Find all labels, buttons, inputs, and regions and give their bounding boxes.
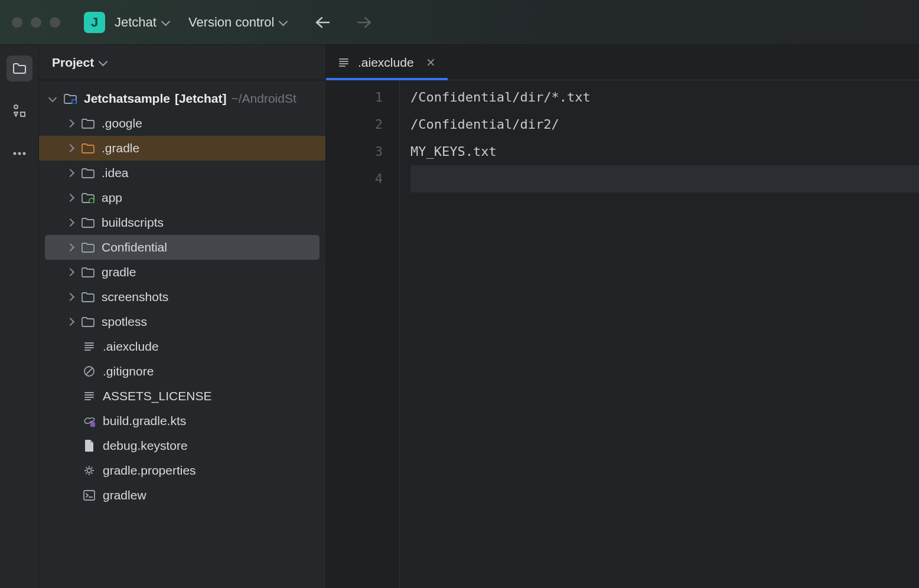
nav-back-button[interactable]: [315, 16, 330, 29]
project-tree[interactable]: Jetchatsample [Jetchat] ~/AndroidSt .goo…: [39, 80, 325, 588]
folder-icon: [80, 242, 96, 253]
svg-rect-11: [84, 491, 94, 500]
tree-item-label: .aiexclude: [103, 339, 159, 354]
tree-item-build-gradle-kts[interactable]: build.gradle.kts: [39, 409, 325, 433]
window-controls: [12, 17, 60, 28]
tab-bar: .aiexclude ✕: [326, 45, 919, 80]
panel-header[interactable]: Project: [39, 45, 325, 80]
editor-body[interactable]: 1 2 3 4 /Confidential/dir/*.txt /Confide…: [326, 80, 919, 588]
svg-point-6: [89, 198, 94, 203]
tree-root-name: Jetchatsample: [84, 92, 170, 106]
svg-rect-9: [90, 422, 95, 427]
code-line: /Confidential/dir/*.txt: [410, 84, 919, 111]
text-file-icon: [82, 341, 97, 352]
chevron-down-icon[interactable]: [46, 97, 59, 101]
chevron-right-icon[interactable]: [64, 170, 77, 176]
folder-icon: [80, 168, 96, 178]
tree-item-aiexclude[interactable]: .aiexclude: [39, 334, 325, 359]
chevron-right-icon[interactable]: [64, 145, 77, 151]
svg-rect-1: [21, 112, 25, 116]
svg-point-4: [22, 152, 25, 155]
tree-item-gradle-dir[interactable]: .gradle: [39, 136, 325, 161]
tree-item-debug-keystore[interactable]: debug.keystore: [39, 433, 325, 458]
tree-item-label: .idea: [102, 166, 129, 180]
tree-item-confidential[interactable]: Confidential: [45, 235, 320, 260]
line-number: 3: [326, 138, 383, 165]
file-icon: [82, 439, 97, 452]
project-tool-button[interactable]: [6, 55, 32, 81]
editor-area: .aiexclude ✕ 1 2 3 4 /Confidential/dir/*…: [326, 45, 919, 588]
titlebar: J Jetchat Version control: [0, 0, 919, 45]
more-tools-button[interactable]: [6, 141, 32, 166]
chevron-right-icon[interactable]: [64, 220, 77, 226]
fullscreen-window-button[interactable]: [50, 17, 60, 28]
editor-tab[interactable]: .aiexclude ✕: [326, 45, 448, 80]
svg-point-10: [87, 469, 92, 473]
folder-icon: [80, 292, 96, 302]
tree-item-buildscripts[interactable]: buildscripts: [39, 210, 325, 235]
chevron-down-icon[interactable]: [100, 58, 108, 67]
chevron-right-icon[interactable]: [64, 269, 77, 275]
tree-item-label: .gitignore: [103, 364, 154, 378]
project-selector[interactable]: Jetchat: [115, 15, 157, 30]
close-tab-button[interactable]: ✕: [426, 55, 436, 70]
chevron-right-icon[interactable]: [64, 244, 77, 250]
tab-label: .aiexclude: [358, 55, 414, 70]
tree-item-label: gradle: [102, 265, 136, 279]
tree-item-label: gradle.properties: [103, 463, 196, 478]
svg-point-2: [13, 152, 16, 155]
structure-tool-button[interactable]: [6, 98, 32, 124]
tree-item-label: .google: [102, 116, 142, 130]
tree-item-gradle-properties[interactable]: gradle.properties: [39, 458, 325, 483]
tree-item-label: gradlew: [103, 488, 146, 502]
module-icon: [63, 93, 78, 104]
svg-rect-5: [72, 100, 76, 104]
tree-item-gradlew[interactable]: gradlew: [39, 483, 325, 508]
close-window-button[interactable]: [12, 17, 22, 28]
gradle-kts-icon: [82, 415, 97, 427]
minimize-window-button[interactable]: [31, 17, 41, 28]
tree-item-google[interactable]: .google: [39, 111, 325, 136]
tree-item-app[interactable]: app: [39, 185, 325, 210]
svg-point-3: [18, 152, 21, 155]
gitignore-icon: [82, 365, 97, 377]
tree-root-module: [Jetchat]: [175, 92, 227, 106]
tree-item-idea[interactable]: .idea: [39, 161, 325, 185]
svg-line-8: [86, 368, 93, 375]
tree-item-screenshots[interactable]: screenshots: [39, 285, 325, 309]
code-line: /Confidential/dir2/: [410, 111, 919, 138]
chevron-down-icon[interactable]: [162, 18, 171, 27]
app-icon: J: [84, 12, 105, 33]
folder-icon: [80, 217, 96, 228]
code-content[interactable]: /Confidential/dir/*.txt /Confidential/di…: [400, 80, 919, 588]
tree-item-label: screenshots: [102, 290, 168, 304]
chevron-right-icon[interactable]: [64, 195, 77, 201]
tree-item-spotless[interactable]: spotless: [39, 309, 325, 334]
tree-item-label: Confidential: [102, 240, 167, 254]
tree-root[interactable]: Jetchatsample [Jetchat] ~/AndroidSt: [39, 86, 325, 111]
vcs-menu[interactable]: Version control: [188, 15, 275, 30]
tree-root-path: ~/AndroidSt: [231, 92, 296, 106]
tree-item-gradle-folder[interactable]: gradle: [39, 260, 325, 285]
line-gutter: 1 2 3 4: [326, 80, 400, 588]
chevron-right-icon[interactable]: [64, 294, 77, 300]
project-panel: Project Jetchatsample [Jetchat] ~/Androi…: [39, 45, 326, 588]
terminal-icon: [82, 490, 97, 501]
svg-point-0: [14, 105, 18, 109]
chevron-down-icon[interactable]: [280, 18, 288, 27]
left-tool-rail: [0, 45, 39, 588]
folder-icon: [80, 118, 96, 129]
tree-item-gitignore[interactable]: .gitignore: [39, 359, 325, 384]
code-line: MY_KEYS.txt: [410, 138, 919, 165]
text-file-icon: [82, 390, 97, 402]
tree-item-label: spotless: [102, 315, 147, 329]
nav-forward-button[interactable]: [357, 16, 372, 29]
chevron-right-icon[interactable]: [64, 120, 77, 126]
chevron-right-icon[interactable]: [64, 319, 77, 325]
folder-icon: [80, 143, 96, 153]
tree-item-assets-license[interactable]: ASSETS_LICENSE: [39, 384, 325, 409]
gear-icon: [82, 465, 97, 476]
tree-item-label: ASSETS_LICENSE: [103, 389, 211, 403]
tree-item-label: build.gradle.kts: [103, 414, 186, 428]
text-file-icon: [338, 57, 350, 68]
